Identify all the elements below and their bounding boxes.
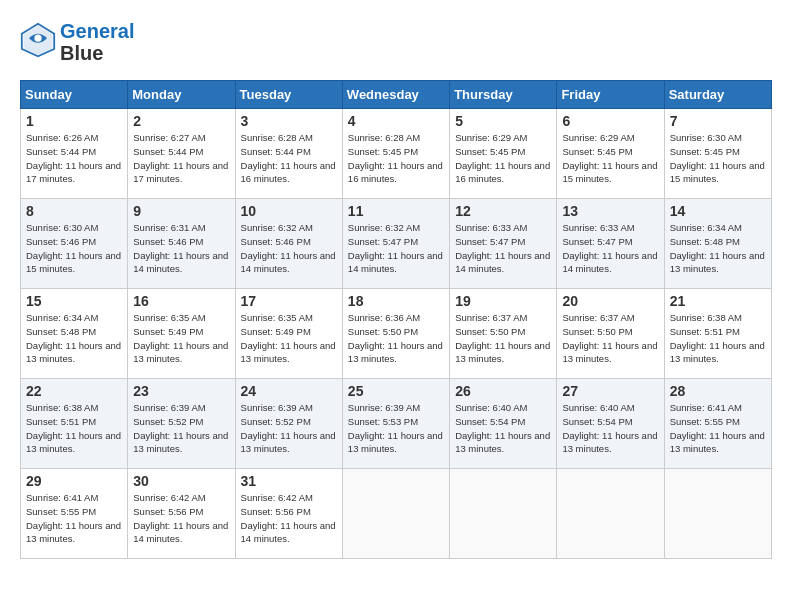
calendar-cell xyxy=(450,469,557,559)
calendar-cell: 22 Sunrise: 6:38 AM Sunset: 5:51 PM Dayl… xyxy=(21,379,128,469)
day-info: Sunrise: 6:42 AM Sunset: 5:56 PM Dayligh… xyxy=(133,491,229,546)
calendar-cell: 27 Sunrise: 6:40 AM Sunset: 5:54 PM Dayl… xyxy=(557,379,664,469)
day-number: 24 xyxy=(241,383,337,399)
day-info: Sunrise: 6:42 AM Sunset: 5:56 PM Dayligh… xyxy=(241,491,337,546)
day-number: 17 xyxy=(241,293,337,309)
day-info: Sunrise: 6:39 AM Sunset: 5:52 PM Dayligh… xyxy=(241,401,337,456)
day-info: Sunrise: 6:38 AM Sunset: 5:51 PM Dayligh… xyxy=(670,311,766,366)
calendar-cell: 9 Sunrise: 6:31 AM Sunset: 5:46 PM Dayli… xyxy=(128,199,235,289)
day-number: 18 xyxy=(348,293,444,309)
calendar-cell: 4 Sunrise: 6:28 AM Sunset: 5:45 PM Dayli… xyxy=(342,109,449,199)
day-number: 1 xyxy=(26,113,122,129)
day-number: 21 xyxy=(670,293,766,309)
calendar-cell: 21 Sunrise: 6:38 AM Sunset: 5:51 PM Dayl… xyxy=(664,289,771,379)
calendar-cell: 25 Sunrise: 6:39 AM Sunset: 5:53 PM Dayl… xyxy=(342,379,449,469)
day-info: Sunrise: 6:28 AM Sunset: 5:45 PM Dayligh… xyxy=(348,131,444,186)
day-number: 15 xyxy=(26,293,122,309)
day-info: Sunrise: 6:29 AM Sunset: 5:45 PM Dayligh… xyxy=(455,131,551,186)
day-info: Sunrise: 6:33 AM Sunset: 5:47 PM Dayligh… xyxy=(455,221,551,276)
calendar-cell: 3 Sunrise: 6:28 AM Sunset: 5:44 PM Dayli… xyxy=(235,109,342,199)
day-number: 13 xyxy=(562,203,658,219)
day-number: 10 xyxy=(241,203,337,219)
day-info: Sunrise: 6:33 AM Sunset: 5:47 PM Dayligh… xyxy=(562,221,658,276)
calendar-week-3: 8 Sunrise: 6:30 AM Sunset: 5:46 PM Dayli… xyxy=(21,199,772,289)
calendar-cell: 16 Sunrise: 6:35 AM Sunset: 5:49 PM Dayl… xyxy=(128,289,235,379)
day-number: 16 xyxy=(133,293,229,309)
day-info: Sunrise: 6:37 AM Sunset: 5:50 PM Dayligh… xyxy=(562,311,658,366)
calendar-cell: 17 Sunrise: 6:35 AM Sunset: 5:49 PM Dayl… xyxy=(235,289,342,379)
calendar-cell xyxy=(664,469,771,559)
day-number: 14 xyxy=(670,203,766,219)
calendar-cell: 29 Sunrise: 6:41 AM Sunset: 5:55 PM Dayl… xyxy=(21,469,128,559)
calendar-cell: 19 Sunrise: 6:37 AM Sunset: 5:50 PM Dayl… xyxy=(450,289,557,379)
day-number: 30 xyxy=(133,473,229,489)
calendar-cell: 13 Sunrise: 6:33 AM Sunset: 5:47 PM Dayl… xyxy=(557,199,664,289)
day-info: Sunrise: 6:39 AM Sunset: 5:52 PM Dayligh… xyxy=(133,401,229,456)
day-info: Sunrise: 6:28 AM Sunset: 5:44 PM Dayligh… xyxy=(241,131,337,186)
calendar-cell: 12 Sunrise: 6:33 AM Sunset: 5:47 PM Dayl… xyxy=(450,199,557,289)
day-info: Sunrise: 6:34 AM Sunset: 5:48 PM Dayligh… xyxy=(26,311,122,366)
day-info: Sunrise: 6:37 AM Sunset: 5:50 PM Dayligh… xyxy=(455,311,551,366)
calendar-week-5: 22 Sunrise: 6:38 AM Sunset: 5:51 PM Dayl… xyxy=(21,379,772,469)
calendar-week-4: 15 Sunrise: 6:34 AM Sunset: 5:48 PM Dayl… xyxy=(21,289,772,379)
day-info: Sunrise: 6:41 AM Sunset: 5:55 PM Dayligh… xyxy=(670,401,766,456)
page-header: General Blue xyxy=(20,20,772,64)
day-info: Sunrise: 6:27 AM Sunset: 5:44 PM Dayligh… xyxy=(133,131,229,186)
day-info: Sunrise: 6:31 AM Sunset: 5:46 PM Dayligh… xyxy=(133,221,229,276)
calendar-cell: 6 Sunrise: 6:29 AM Sunset: 5:45 PM Dayli… xyxy=(557,109,664,199)
day-number: 7 xyxy=(670,113,766,129)
day-number: 28 xyxy=(670,383,766,399)
day-info: Sunrise: 6:39 AM Sunset: 5:53 PM Dayligh… xyxy=(348,401,444,456)
day-number: 9 xyxy=(133,203,229,219)
day-info: Sunrise: 6:40 AM Sunset: 5:54 PM Dayligh… xyxy=(562,401,658,456)
calendar-cell: 1 Sunrise: 6:26 AM Sunset: 5:44 PM Dayli… xyxy=(21,109,128,199)
calendar-cell: 10 Sunrise: 6:32 AM Sunset: 5:46 PM Dayl… xyxy=(235,199,342,289)
day-number: 23 xyxy=(133,383,229,399)
day-info: Sunrise: 6:40 AM Sunset: 5:54 PM Dayligh… xyxy=(455,401,551,456)
logo-text-line2: Blue xyxy=(60,42,134,64)
calendar-cell: 8 Sunrise: 6:30 AM Sunset: 5:46 PM Dayli… xyxy=(21,199,128,289)
day-info: Sunrise: 6:26 AM Sunset: 5:44 PM Dayligh… xyxy=(26,131,122,186)
day-info: Sunrise: 6:32 AM Sunset: 5:47 PM Dayligh… xyxy=(348,221,444,276)
calendar-cell: 2 Sunrise: 6:27 AM Sunset: 5:44 PM Dayli… xyxy=(128,109,235,199)
day-number: 12 xyxy=(455,203,551,219)
day-number: 2 xyxy=(133,113,229,129)
day-info: Sunrise: 6:36 AM Sunset: 5:50 PM Dayligh… xyxy=(348,311,444,366)
calendar-cell: 31 Sunrise: 6:42 AM Sunset: 5:56 PM Dayl… xyxy=(235,469,342,559)
day-header-tuesday: Tuesday xyxy=(235,81,342,109)
day-number: 8 xyxy=(26,203,122,219)
day-header-saturday: Saturday xyxy=(664,81,771,109)
day-header-thursday: Thursday xyxy=(450,81,557,109)
day-header-monday: Monday xyxy=(128,81,235,109)
logo: General Blue xyxy=(20,20,134,64)
calendar-cell: 26 Sunrise: 6:40 AM Sunset: 5:54 PM Dayl… xyxy=(450,379,557,469)
calendar-cell: 28 Sunrise: 6:41 AM Sunset: 5:55 PM Dayl… xyxy=(664,379,771,469)
day-info: Sunrise: 6:30 AM Sunset: 5:45 PM Dayligh… xyxy=(670,131,766,186)
day-info: Sunrise: 6:32 AM Sunset: 5:46 PM Dayligh… xyxy=(241,221,337,276)
calendar-cell: 15 Sunrise: 6:34 AM Sunset: 5:48 PM Dayl… xyxy=(21,289,128,379)
calendar-cell xyxy=(342,469,449,559)
day-number: 26 xyxy=(455,383,551,399)
calendar-header-row: SundayMondayTuesdayWednesdayThursdayFrid… xyxy=(21,81,772,109)
day-header-friday: Friday xyxy=(557,81,664,109)
calendar-week-2: 1 Sunrise: 6:26 AM Sunset: 5:44 PM Dayli… xyxy=(21,109,772,199)
logo-icon xyxy=(20,22,56,58)
calendar-cell: 30 Sunrise: 6:42 AM Sunset: 5:56 PM Dayl… xyxy=(128,469,235,559)
day-number: 25 xyxy=(348,383,444,399)
day-number: 20 xyxy=(562,293,658,309)
calendar-cell: 11 Sunrise: 6:32 AM Sunset: 5:47 PM Dayl… xyxy=(342,199,449,289)
calendar-cell: 7 Sunrise: 6:30 AM Sunset: 5:45 PM Dayli… xyxy=(664,109,771,199)
day-info: Sunrise: 6:38 AM Sunset: 5:51 PM Dayligh… xyxy=(26,401,122,456)
day-number: 6 xyxy=(562,113,658,129)
day-header-sunday: Sunday xyxy=(21,81,128,109)
day-info: Sunrise: 6:29 AM Sunset: 5:45 PM Dayligh… xyxy=(562,131,658,186)
calendar-cell: 23 Sunrise: 6:39 AM Sunset: 5:52 PM Dayl… xyxy=(128,379,235,469)
day-info: Sunrise: 6:30 AM Sunset: 5:46 PM Dayligh… xyxy=(26,221,122,276)
svg-point-2 xyxy=(34,35,41,42)
calendar-cell: 5 Sunrise: 6:29 AM Sunset: 5:45 PM Dayli… xyxy=(450,109,557,199)
day-number: 22 xyxy=(26,383,122,399)
day-number: 27 xyxy=(562,383,658,399)
day-info: Sunrise: 6:35 AM Sunset: 5:49 PM Dayligh… xyxy=(241,311,337,366)
calendar-cell: 18 Sunrise: 6:36 AM Sunset: 5:50 PM Dayl… xyxy=(342,289,449,379)
day-number: 3 xyxy=(241,113,337,129)
